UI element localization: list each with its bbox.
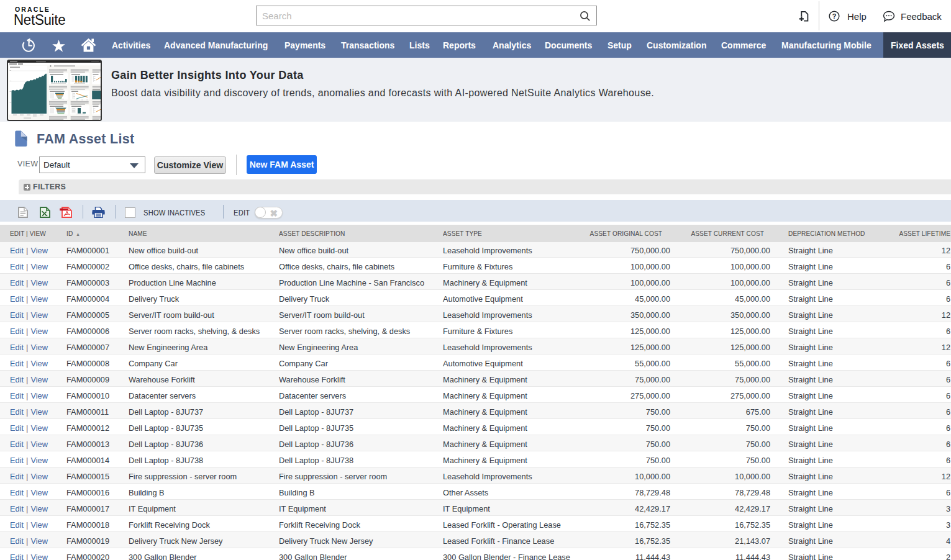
svg-text:?: ? bbox=[832, 12, 837, 20]
